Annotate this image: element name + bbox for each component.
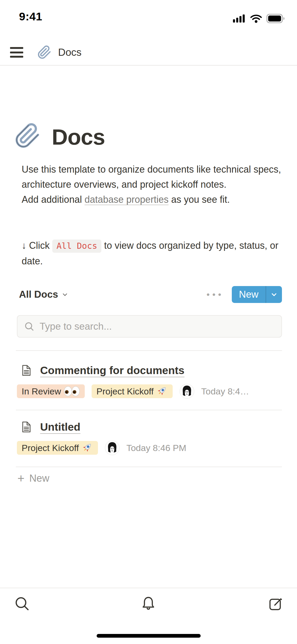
database-properties-link[interactable]: database properties	[84, 194, 168, 205]
app-header: Docs	[0, 40, 297, 66]
edited-timestamp: Today 8:4…	[201, 386, 249, 397]
page-description: Use this template to organize documents …	[22, 162, 288, 207]
search-bar[interactable]	[17, 315, 282, 338]
chevron-down-icon	[61, 290, 69, 299]
new-button-label[interactable]: New	[232, 286, 266, 303]
edited-timestamp: Today 8:46 PM	[126, 443, 186, 453]
add-new-doc-button[interactable]: + New	[17, 472, 49, 484]
status-time: 9:41	[19, 10, 42, 23]
doc-row-meta: Project Kickoff	[17, 440, 186, 455]
search-tab-icon[interactable]	[14, 595, 31, 612]
document-icon	[20, 363, 33, 378]
description-text: Use this template to organize documents …	[22, 164, 281, 190]
doc-title-link[interactable]: Untitled	[40, 421, 81, 433]
paperclip-icon	[37, 45, 52, 60]
type-tag: Project Kickoff	[92, 384, 173, 398]
rocket-emoji-icon	[156, 385, 168, 397]
notifications-tab-icon[interactable]	[140, 595, 157, 612]
add-new-doc-label: New	[29, 473, 49, 484]
menu-icon[interactable]	[10, 47, 23, 58]
add-property-prefix: Add additional	[22, 194, 84, 205]
new-button-dropdown[interactable]	[266, 286, 282, 303]
home-indicator-handle[interactable]	[97, 634, 201, 638]
tag-label: In Review	[22, 386, 61, 397]
doc-row[interactable]: Untitled	[20, 419, 81, 435]
tag-label: Project Kickoff	[96, 386, 154, 397]
divider	[16, 467, 282, 467]
page-title: Docs	[52, 124, 105, 150]
eyes-emoji-icon	[64, 386, 80, 397]
rocket-emoji-icon	[82, 442, 93, 454]
header-title: Docs	[58, 47, 82, 58]
document-icon	[20, 419, 33, 435]
down-arrow-glyph: ↓	[22, 240, 26, 251]
status-icons	[233, 14, 286, 23]
wifi-icon	[250, 14, 262, 23]
view-bar: All Docs ••• New	[19, 286, 282, 303]
page-icon-paperclip[interactable]	[14, 122, 41, 150]
divider	[16, 410, 282, 410]
view-selector-label: All Docs	[19, 289, 58, 300]
more-options-button[interactable]: •••	[206, 289, 224, 300]
doc-row[interactable]: Commenting for documents	[20, 363, 185, 378]
new-button[interactable]: New	[232, 286, 282, 303]
status-tag: In Review	[17, 384, 85, 398]
battery-icon	[266, 14, 286, 23]
callout-text: ↓ ClickAll Docsto view docs organized by…	[22, 238, 288, 269]
search-input[interactable]	[39, 321, 275, 332]
all-docs-code-chip: All Docs	[52, 240, 101, 253]
doc-title-link[interactable]: Commenting for documents	[40, 364, 185, 377]
tag-label: Project Kickoff	[22, 443, 79, 453]
doc-row-meta: In Review Project Kickoff	[17, 384, 249, 399]
plus-icon: +	[17, 472, 25, 484]
callout-prefix: Click	[29, 240, 50, 251]
divider	[16, 350, 282, 351]
cellular-signal-icon	[233, 14, 246, 23]
compose-tab-icon[interactable]	[267, 595, 284, 612]
add-property-suffix: as you see fit.	[168, 194, 230, 205]
author-avatar	[105, 440, 120, 455]
type-tag: Project Kickoff	[17, 441, 98, 455]
search-icon	[24, 321, 35, 332]
author-avatar	[180, 384, 194, 399]
notion-mobile-screen: 9:41	[0, 0, 297, 644]
view-selector[interactable]: All Docs	[19, 289, 69, 300]
